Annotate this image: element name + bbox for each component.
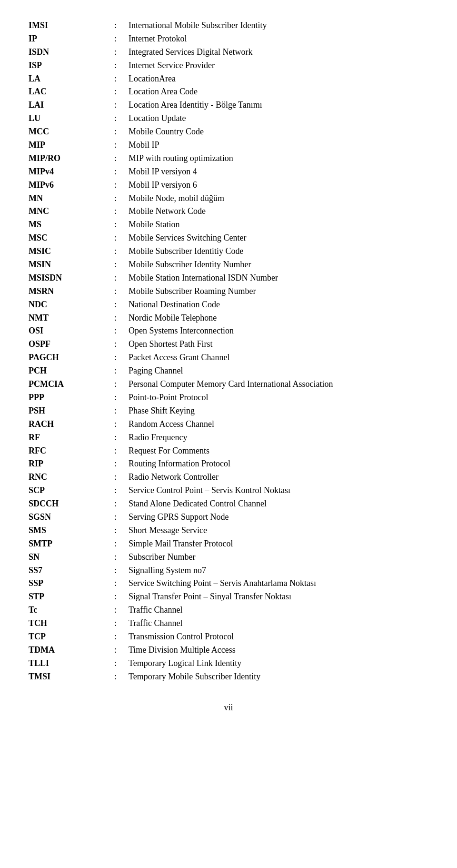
table-row: PCMCIA:Personal Computer Memory Card Int…	[29, 378, 428, 391]
table-row: MN:Mobile Node, mobil düğüm	[29, 192, 428, 205]
abbreviation: MIP	[29, 139, 114, 152]
colon-separator: :	[114, 391, 129, 404]
abbreviation: MS	[29, 218, 114, 232]
colon-separator: :	[114, 285, 129, 298]
abbreviation: LA	[29, 72, 114, 86]
colon-separator: :	[114, 272, 129, 285]
definition: Mobile Station International ISDN Number	[129, 272, 428, 285]
definition: Internet Protokol	[129, 32, 428, 46]
colon-separator: :	[114, 497, 129, 511]
definition: Mobil IP	[129, 139, 428, 152]
definition: Signalling System no7	[129, 564, 428, 577]
definition: Traffic Channel	[129, 604, 428, 617]
definition: Temporary Logical Link Identity	[129, 657, 428, 670]
table-row: MSRN:Mobile Subscriber Roaming Number	[29, 285, 428, 298]
colon-separator: :	[114, 657, 129, 670]
table-row: LAI:Location Area Identitiy - Bölge Tanı…	[29, 99, 428, 112]
definition: Temporary Mobile Subscriber Identity	[129, 670, 428, 684]
table-row: MIP/RO:MIP with routing optimization	[29, 152, 428, 165]
colon-separator: :	[114, 551, 129, 564]
abbreviation: SS7	[29, 564, 114, 577]
colon-separator: :	[114, 577, 129, 590]
table-row: TCH:Traffic Channel	[29, 617, 428, 630]
table-row: SCP:Service Control Point – Servis Kontr…	[29, 484, 428, 497]
abbreviation: MSC	[29, 232, 114, 245]
abbreviation: OSPF	[29, 338, 114, 351]
definition: Mobil IP versiyon 4	[129, 165, 428, 179]
acronym-table: IMSI:International Mobile Subscriber Ide…	[29, 19, 428, 684]
abbreviation: MSISDN	[29, 272, 114, 285]
table-row: LA:LocationArea	[29, 72, 428, 86]
abbreviation: NDC	[29, 298, 114, 312]
definition: Location Area Identitiy - Bölge Tanımı	[129, 99, 428, 112]
colon-separator: :	[114, 139, 129, 152]
colon-separator: :	[114, 85, 129, 99]
abbreviation: MN	[29, 192, 114, 205]
colon-separator: :	[114, 364, 129, 378]
abbreviation: TCH	[29, 617, 114, 630]
table-row: PCH:Paging Channel	[29, 364, 428, 378]
colon-separator: :	[114, 245, 129, 258]
abbreviation: LAI	[29, 99, 114, 112]
table-row: Tc:Traffic Channel	[29, 604, 428, 617]
table-row: TMSI:Temporary Mobile Subscriber Identit…	[29, 670, 428, 684]
table-row: IMSI:International Mobile Subscriber Ide…	[29, 19, 428, 32]
definition: Radio Network Controller	[129, 471, 428, 484]
abbreviation: SDCCH	[29, 497, 114, 511]
colon-separator: :	[114, 112, 129, 125]
definition: Subscriber Number	[129, 551, 428, 564]
colon-separator: :	[114, 312, 129, 325]
colon-separator: :	[114, 19, 129, 32]
abbreviation: MNC	[29, 205, 114, 218]
table-row: TDMA:Time Division Multiple Access	[29, 644, 428, 657]
definition: Location Update	[129, 112, 428, 125]
colon-separator: :	[114, 431, 129, 444]
definition: Stand Alone Dedicated Control Channel	[129, 497, 428, 511]
table-row: PAGCH:Packet Access Grant Channel	[29, 351, 428, 364]
definition: LocationArea	[129, 72, 428, 86]
abbreviation: ISP	[29, 59, 114, 72]
abbreviation: PAGCH	[29, 351, 114, 364]
colon-separator: :	[114, 457, 129, 471]
abbreviation: MSRN	[29, 285, 114, 298]
abbreviation: IP	[29, 32, 114, 46]
table-row: SDCCH:Stand Alone Dedicated Control Chan…	[29, 497, 428, 511]
abbreviation: IMSI	[29, 19, 114, 32]
colon-separator: :	[114, 471, 129, 484]
abbreviation: SCP	[29, 484, 114, 497]
abbreviation: TMSI	[29, 670, 114, 684]
abbreviation: RACH	[29, 418, 114, 431]
definition: Serving GPRS Support Node	[129, 511, 428, 524]
table-row: RACH:Random Access Channel	[29, 418, 428, 431]
abbreviation: RIP	[29, 457, 114, 471]
definition: Routing Information Protocol	[129, 457, 428, 471]
abbreviation: MSIN	[29, 258, 114, 272]
colon-separator: :	[114, 418, 129, 431]
colon-separator: :	[114, 179, 129, 192]
table-row: RF:Radio Frequency	[29, 431, 428, 444]
table-row: SGSN:Serving GPRS Support Node	[29, 511, 428, 524]
colon-separator: :	[114, 630, 129, 644]
definition: Integrated Services Digital Network	[129, 46, 428, 59]
colon-separator: :	[114, 404, 129, 418]
abbreviation: RNC	[29, 471, 114, 484]
abbreviation: RFC	[29, 444, 114, 458]
table-row: PSH:Phase Shift Keying	[29, 404, 428, 418]
colon-separator: :	[114, 192, 129, 205]
definition: National Destination Code	[129, 298, 428, 312]
colon-separator: :	[114, 564, 129, 577]
definition: Mobile Network Code	[129, 205, 428, 218]
table-row: SSP:Service Switching Point – Servis Ana…	[29, 577, 428, 590]
colon-separator: :	[114, 205, 129, 218]
definition: Personal Computer Memory Card Internatio…	[129, 378, 428, 391]
colon-separator: :	[114, 590, 129, 604]
colon-separator: :	[114, 604, 129, 617]
colon-separator: :	[114, 218, 129, 232]
table-row: PPP:Point-to-Point Protocol	[29, 391, 428, 404]
definition: Open Systems Interconnection	[129, 324, 428, 338]
colon-separator: :	[114, 59, 129, 72]
abbreviation: NMT	[29, 312, 114, 325]
colon-separator: :	[114, 670, 129, 684]
table-row: MIP:Mobil IP	[29, 139, 428, 152]
definition: Mobile Node, mobil düğüm	[129, 192, 428, 205]
